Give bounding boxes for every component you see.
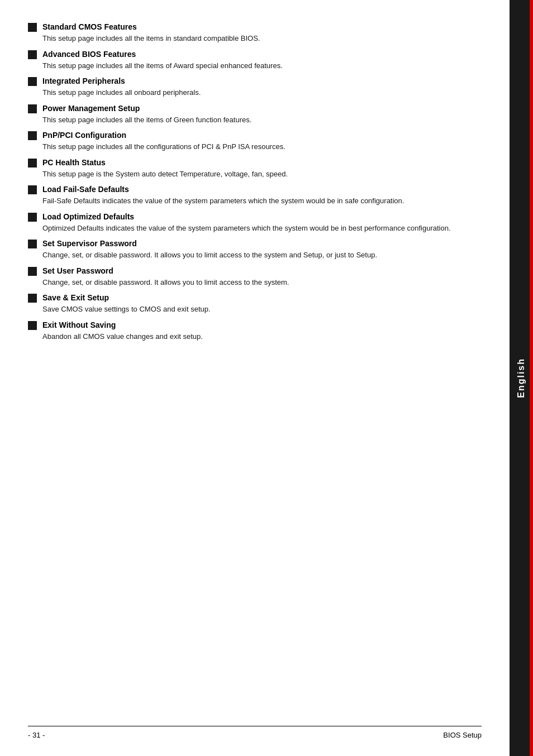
item-bullet-icon [28, 185, 37, 194]
item-description: Fail-Safe Defaults indicates the value o… [42, 195, 482, 207]
item-description: This setup page includes all the items i… [42, 33, 482, 44]
item-bullet-icon [28, 77, 37, 86]
list-item: Standard CMOS FeaturesThis setup page in… [28, 22, 482, 44]
item-title: Save & Exit Setup [42, 293, 109, 302]
list-item: Save & Exit SetupSave CMOS value setting… [28, 293, 482, 315]
item-description: Save CMOS value settings to CMOS and exi… [42, 304, 482, 315]
item-bullet-icon [28, 294, 37, 303]
item-header: PnP/PCI Configuration [28, 131, 482, 140]
item-description: This setup page is the System auto detec… [42, 169, 482, 180]
list-item: Exit Without SavingAbandon all CMOS valu… [28, 320, 482, 342]
list-item: Set User PasswordChange, set, or disable… [28, 266, 482, 288]
item-bullet-icon [28, 240, 37, 248]
item-list: Standard CMOS FeaturesThis setup page in… [28, 22, 482, 342]
footer-page: - 31 - [28, 731, 45, 739]
item-header: Exit Without Saving [28, 320, 482, 330]
item-header: Save & Exit Setup [28, 293, 482, 303]
list-item: Power Management SetupThis setup page in… [28, 104, 482, 126]
item-description: Abandon all CMOS value changes and exit … [42, 331, 482, 342]
list-item: PC Health StatusThis setup page is the S… [28, 158, 482, 180]
item-title: Standard CMOS Features [42, 22, 137, 31]
list-item: Set Supervisor PasswordChange, set, or d… [28, 239, 482, 261]
item-description: Optimized Defaults indicates the value o… [42, 223, 482, 234]
item-header: Standard CMOS Features [28, 22, 482, 32]
item-description: Change, set, or disable password. It all… [42, 250, 482, 261]
item-header: Set Supervisor Password [28, 239, 482, 248]
item-bullet-icon [28, 23, 37, 32]
item-title: Exit Without Saving [42, 320, 116, 329]
sidebar: English [510, 0, 533, 756]
list-item: PnP/PCI ConfigurationThis setup page inc… [28, 131, 482, 152]
item-bullet-icon [28, 159, 37, 168]
item-title: Load Optimized Defaults [42, 212, 134, 221]
item-title: Integrated Peripherals [42, 76, 125, 85]
item-header: Set User Password [28, 266, 482, 276]
item-title: Advanced BIOS Features [42, 50, 136, 59]
item-header: Advanced BIOS Features [28, 50, 482, 59]
item-bullet-icon [28, 321, 37, 330]
item-header: Integrated Peripherals [28, 76, 482, 86]
item-bullet-icon [28, 50, 37, 59]
item-description: This setup page includes all the items o… [42, 114, 482, 126]
item-bullet-icon [28, 104, 37, 113]
sidebar-accent [530, 0, 533, 756]
item-description: This setup page includes all the configu… [42, 141, 482, 152]
item-header: Load Optimized Defaults [28, 212, 482, 222]
list-item: Load Fail-Safe DefaultsFail-Safe Default… [28, 185, 482, 207]
item-header: Power Management Setup [28, 104, 482, 113]
item-title: PnP/PCI Configuration [42, 131, 126, 140]
item-header: Load Fail-Safe Defaults [28, 185, 482, 194]
item-description: Change, set, or disable password. It all… [42, 277, 482, 288]
sidebar-label: English [516, 358, 526, 398]
list-item: Advanced BIOS FeaturesThis setup page in… [28, 50, 482, 71]
item-description: This setup page includes all the items o… [42, 60, 482, 71]
footer-title: BIOS Setup [443, 731, 482, 739]
item-title: Set User Password [42, 266, 113, 275]
item-title: Set Supervisor Password [42, 239, 137, 248]
list-item: Load Optimized DefaultsOptimized Default… [28, 212, 482, 234]
page-container: Standard CMOS FeaturesThis setup page in… [0, 0, 533, 756]
item-header: PC Health Status [28, 158, 482, 168]
main-content: Standard CMOS FeaturesThis setup page in… [0, 0, 510, 756]
footer: - 31 - BIOS Setup [28, 726, 482, 739]
item-title: Power Management Setup [42, 104, 140, 113]
item-title: Load Fail-Safe Defaults [42, 185, 129, 194]
item-bullet-icon [28, 267, 37, 276]
item-description: This setup page includes all onboard per… [42, 87, 482, 98]
item-bullet-icon [28, 213, 37, 222]
item-bullet-icon [28, 131, 37, 140]
item-title: PC Health Status [42, 158, 106, 167]
list-item: Integrated PeripheralsThis setup page in… [28, 76, 482, 98]
